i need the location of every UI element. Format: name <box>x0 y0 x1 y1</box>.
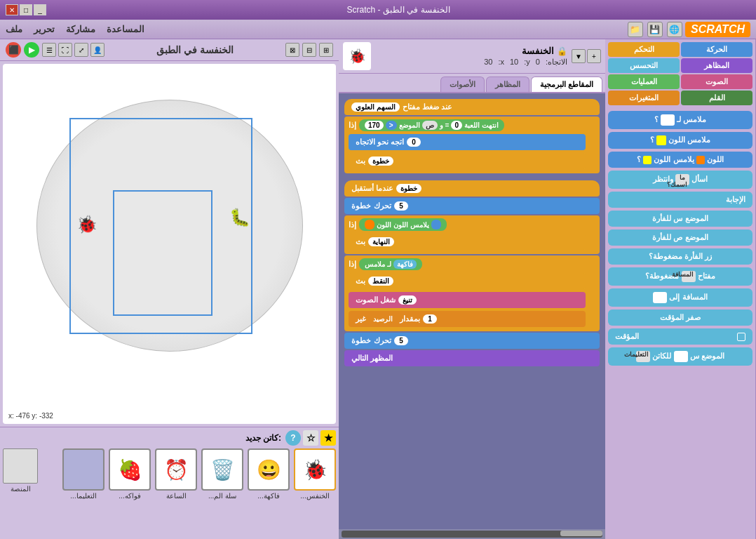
block-touching-color[interactable]: ملامس اللون ؟ <box>608 132 752 149</box>
sprite-thumb-fruits[interactable]: 🍓 <box>109 448 151 491</box>
block-change-score[interactable]: 1 بمقدار الرصيد غير <box>349 311 586 327</box>
script-scrollbar-h[interactable] <box>342 531 602 538</box>
tab-sounds[interactable]: الأصوات <box>440 76 485 92</box>
block-play-sound[interactable]: تنيغ شغل الصوت <box>349 292 586 308</box>
tab-costumes[interactable]: المظاهر <box>486 76 529 92</box>
user-icon[interactable]: 👤 <box>90 43 104 57</box>
if-fruit-block[interactable]: فاكهة لـ ملامس إذا النقط بث تنيغ <box>344 255 600 331</box>
fullscreen-icon[interactable]: ⛶ <box>58 43 72 57</box>
hat-block-arrow[interactable]: عند ضغط مفتاح السهم العلوي <box>344 99 600 115</box>
cat-variables[interactable]: المتغيرات <box>608 91 680 105</box>
sprite-item-bug[interactable]: 🐞 الخنفس... <box>294 448 336 500</box>
points-val[interactable]: النقط <box>368 277 393 286</box>
menu-edit[interactable]: تحرير <box>34 24 55 34</box>
block-broadcast-end[interactable]: النهاية بث <box>349 234 586 250</box>
sprite-options-btn[interactable]: ▼ <box>572 49 586 63</box>
sprite-thumb-clock[interactable]: ⏰ <box>155 448 197 491</box>
dir-val[interactable]: 0 <box>407 138 421 147</box>
color-condition[interactable]: يلامس اللون اللون <box>359 218 447 231</box>
cat-control[interactable]: التحكم <box>608 42 680 57</box>
score-val[interactable]: 1 <box>423 314 437 324</box>
sprite-thumb-bin[interactable]: 🗑️ <box>201 448 243 491</box>
block-broadcast-step[interactable]: خطوة بث <box>349 153 586 169</box>
add-sprite-buttons: + ▼ <box>572 49 601 63</box>
block-color-touching-color[interactable]: اللون يلامس اللون ؟ <box>608 152 752 168</box>
block-mouse-y[interactable]: الموضع ص للفأرة <box>608 229 752 246</box>
if-fruit-body: النقط بث تنيغ شغل الصوت 1 بمقدار الرصيد … <box>349 273 586 328</box>
left-panel: الحركة التحكم المظاهر التحسس الصوت العمل… <box>605 39 756 539</box>
stop-button[interactable]: ⬛ <box>6 42 21 58</box>
hat-key[interactable]: السهم العلوي <box>351 102 400 112</box>
menu-file[interactable]: ملف <box>6 24 22 34</box>
star-filled-btn[interactable]: ★ <box>320 430 336 446</box>
block-next-costume[interactable]: المظهر التالي <box>344 350 600 366</box>
menu-icon[interactable]: ☰ <box>42 43 56 57</box>
sprite-thumb-edu[interactable] <box>62 448 104 491</box>
scrollbar-thumb[interactable] <box>560 531 602 536</box>
cat-operators[interactable]: العمليات <box>608 74 680 89</box>
sprite-item-fruits[interactable]: 🍓 فواكه... <box>109 448 151 500</box>
cat-pen[interactable]: القلم <box>681 91 752 105</box>
add-sprite-btn[interactable]: + <box>587 49 601 63</box>
right-panel: ⊞ ⊟ ⊠ الخنفسة في الطبق 👤 ⤢ ⛶ ☰ ▶ ⬛ <box>0 39 339 539</box>
block-mouse-pressed[interactable]: زر الفأرة مضغوطة؟ <box>608 248 752 265</box>
script-area[interactable]: عند ضغط مفتاح السهم العلوي انتهت اللعبة … <box>339 93 605 529</box>
block-mouse-x[interactable]: الموضع س للفأرة <box>608 211 752 227</box>
globe-icon[interactable]: 🌐 <box>667 22 682 37</box>
stage-mode-2[interactable]: ⊟ <box>302 43 316 57</box>
block-broadcast-points[interactable]: النقط بث <box>349 273 586 289</box>
sprite-item-clock[interactable]: ⏰ الساعة <box>155 448 197 500</box>
block-answer[interactable]: الإجابة <box>608 192 752 208</box>
cat-looks[interactable]: المظاهر <box>681 58 752 73</box>
block-reset-timer[interactable]: صفر المؤقت <box>608 310 752 326</box>
move-val[interactable]: 5 <box>394 201 408 211</box>
save-icon[interactable]: 💾 <box>647 22 663 37</box>
receive-val[interactable]: خطوة <box>396 184 421 193</box>
block-distance-to[interactable]: المسافة إلى <box>608 288 752 307</box>
broadcast-val[interactable]: خطوة <box>368 157 393 166</box>
block-move-5[interactable]: 5 تحرك خطوة <box>344 198 600 214</box>
stage-thumb[interactable] <box>3 448 38 484</box>
if-color-block[interactable]: يلامس اللون اللون إذا النهاية بث <box>344 215 600 254</box>
green-flag-button[interactable]: ▶ <box>24 42 39 58</box>
sprite-thumb-bug[interactable]: 🐞 <box>294 448 336 491</box>
stage-mode-3[interactable]: ⊠ <box>285 43 299 57</box>
sprite-thumb-fruit2[interactable]: 😀 <box>248 448 290 491</box>
menu-share[interactable]: مشاركة <box>66 24 95 34</box>
help-button[interactable]: ? <box>285 430 301 446</box>
cat-motion[interactable]: الحركة <box>681 42 752 57</box>
if-condition[interactable]: انتهت اللعبة 0 = و ص الموضع < 170 <box>359 119 504 131</box>
menu-help[interactable]: المساعدة <box>107 24 144 34</box>
sprite-label-bin: سلة الم... <box>208 492 236 500</box>
fruit-condition[interactable]: فاكهة لـ ملامس <box>359 258 422 270</box>
star-empty-btn[interactable]: ☆ <box>303 430 318 446</box>
stage-item[interactable]: المنصة <box>3 448 38 493</box>
if-fruit-header: فاكهة لـ ملامس إذا <box>349 258 595 270</box>
block-move-5b[interactable]: 5 تحرك خطوة <box>344 333 600 349</box>
block-position-of[interactable]: الموضع س للكاتن التعليمات <box>608 347 752 366</box>
close-button[interactable]: ✕ <box>6 4 18 15</box>
coord-x-label: x: <box>498 58 504 67</box>
sprite-item-edu[interactable]: التعليما... <box>62 448 104 500</box>
block-ask[interactable]: اسأل ما اسمك؟ وانتظر <box>608 171 752 189</box>
receive-hat[interactable]: خطوة عندما أستقبل <box>344 180 600 197</box>
stage-mode-1[interactable]: ⊞ <box>319 43 333 57</box>
end-val[interactable]: النهاية <box>368 237 394 246</box>
cat-sound[interactable]: الصوت <box>681 74 752 89</box>
tab-scripts[interactable]: المقاطع البرمجية <box>531 76 602 92</box>
maximize-button[interactable]: □ <box>20 4 32 15</box>
block-timer[interactable]: المؤقت <box>608 328 752 345</box>
block-point-dir[interactable]: 0 اتجه نحو الاتجاه <box>349 134 586 150</box>
lock-icon[interactable]: 🔒 <box>557 46 567 56</box>
expand-icon[interactable]: ⤢ <box>74 43 88 57</box>
sprite-item-bin[interactable]: 🗑️ سلة الم... <box>201 448 243 500</box>
if-block[interactable]: انتهت اللعبة 0 = و ص الموضع < 170 إذا <box>344 117 600 173</box>
block-key-pressed[interactable]: مفتاح المسافة مضغوطة؟ <box>608 267 752 286</box>
sound-val[interactable]: تنيغ <box>398 295 417 305</box>
sprite-item-fruit2[interactable]: 😀 فاكهة... <box>248 448 290 500</box>
folder-icon[interactable]: 📁 <box>628 22 643 37</box>
cat-sensing[interactable]: التحسس <box>608 58 680 73</box>
move-val-b[interactable]: 5 <box>394 336 408 345</box>
block-touching[interactable]: ملامس لـ ؟ <box>608 111 752 129</box>
minimize-button[interactable]: _ <box>34 4 46 15</box>
